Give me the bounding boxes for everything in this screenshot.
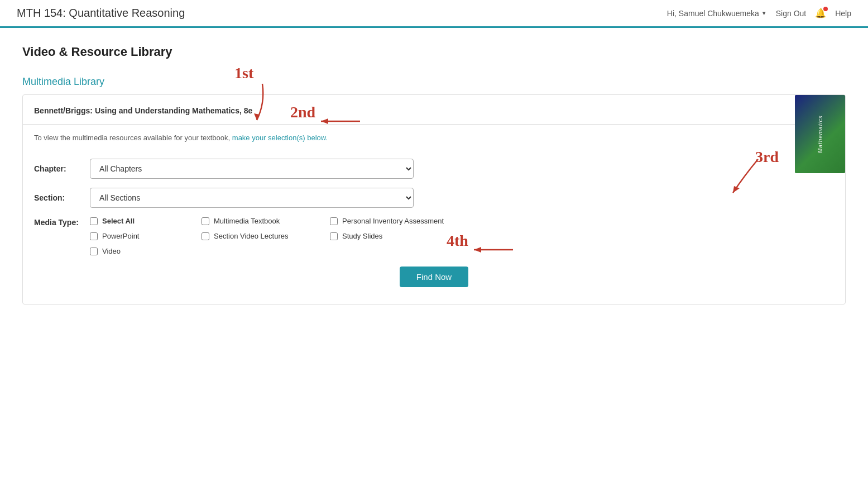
textbook-cover: Mathematics [795,95,845,173]
checkbox-video[interactable]: Video [90,247,202,255]
user-menu[interactable]: Hi, Samuel Chukwuemeka ▼ [667,9,767,18]
media-checkboxes: Select All Multimedia Textbook Personal … [90,217,469,255]
page-course-title: MTH 154: Quantitative Reasoning [17,7,185,20]
help-link[interactable]: Help [835,9,851,18]
checkbox-study-slides[interactable]: Study Slides [330,232,469,240]
chevron-down-icon: ▼ [761,10,767,16]
checkbox-section-video[interactable]: Section Video Lectures [202,232,330,240]
powerpoint-label[interactable]: PowerPoint [102,232,139,240]
find-now-button[interactable]: Find Now [400,267,468,287]
selection-link[interactable]: make your selection(s) below. [232,134,328,142]
section-label: Section: [34,193,90,202]
personal-inventory-checkbox[interactable] [330,217,338,225]
textbook-title: Bennett/Briggs: Using and Understanding … [34,106,252,115]
checkbox-select-all[interactable]: Select All [90,217,202,225]
checkbox-powerpoint[interactable]: PowerPoint [90,232,202,240]
video-label[interactable]: Video [102,247,121,255]
personal-inventory-label[interactable]: Personal Inventory Assessment [342,217,444,225]
page-title: Video & Resource Library [22,45,846,59]
section-video-checkbox[interactable] [202,232,209,240]
header-right: Hi, Samuel Chukwuemeka ▼ Sign Out 🔔 Help [667,8,851,18]
chapter-row: Chapter: All Chapters [34,159,834,179]
sign-out-link[interactable]: Sign Out [776,9,806,18]
chapter-label: Chapter: [34,164,90,173]
header: MTH 154: Quantitative Reasoning Hi, Samu… [0,0,868,28]
section-video-label[interactable]: Section Video Lectures [214,232,288,240]
multimedia-checkbox[interactable] [202,217,209,225]
multimedia-label[interactable]: Multimedia Textbook [214,217,280,225]
find-now-row: Find Now [34,267,834,287]
section-select[interactable]: All Sections [90,188,414,208]
media-type-label: Media Type: [34,217,90,227]
multimedia-library-heading: Multimedia Library [22,76,846,88]
study-slides-label[interactable]: Study Slides [342,232,382,240]
instructions: To view the multimedia resources availab… [23,125,845,153]
form-area: Chapter: All Chapters Section: All Secti… [23,153,845,304]
library-box: Bennett/Briggs: Using and Understanding … [22,94,846,305]
textbook-info: Bennett/Briggs: Using and Understanding … [23,95,845,125]
page-content: Video & Resource Library Multimedia Libr… [0,28,868,321]
section-row: Section: All Sections [34,188,834,208]
select-all-checkbox[interactable] [90,217,98,225]
select-all-label[interactable]: Select All [102,217,135,225]
checkbox-personal-inventory[interactable]: Personal Inventory Assessment [330,217,469,225]
video-checkbox[interactable] [90,248,98,255]
chapter-select[interactable]: All Chapters [90,159,414,179]
notification-bell[interactable]: 🔔 [815,8,826,18]
powerpoint-checkbox[interactable] [90,232,98,240]
user-name: Hi, Samuel Chukwuemeka [667,9,759,18]
media-type-row: Media Type: Select All Multimedia Textbo… [34,217,834,255]
study-slides-checkbox[interactable] [330,232,338,240]
checkbox-multimedia[interactable]: Multimedia Textbook [202,217,330,225]
notification-dot [823,7,828,11]
